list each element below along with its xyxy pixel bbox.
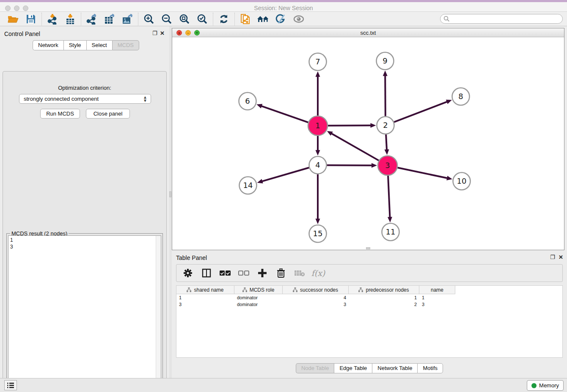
edge-1-6[interactable] xyxy=(261,106,308,122)
tab-network[interactable]: Network xyxy=(33,40,63,50)
refresh-icon xyxy=(218,14,229,25)
zoom-out-button[interactable] xyxy=(158,13,176,25)
edge-2-9[interactable] xyxy=(385,75,385,116)
column-header-successor-nodes[interactable]: successor nodes xyxy=(283,286,349,294)
export-image-button[interactable] xyxy=(118,13,136,25)
edge-4-3[interactable] xyxy=(327,165,372,166)
table-row[interactable]: 1dominator411 xyxy=(176,295,562,301)
arrowhead-1-7 xyxy=(316,72,320,77)
column-header-label: name xyxy=(431,287,443,293)
trash-icon xyxy=(277,268,285,278)
edge-3-11[interactable] xyxy=(388,176,390,218)
tab-style[interactable]: Style xyxy=(63,40,86,50)
edge-3-10[interactable] xyxy=(397,168,448,178)
graphics-details-icon xyxy=(275,14,286,25)
task-history-button[interactable] xyxy=(4,380,17,390)
splitter-grip[interactable] xyxy=(366,247,370,249)
plus-icon xyxy=(258,268,267,278)
toolbar-separator xyxy=(81,13,81,25)
float-panel-icon[interactable]: ❐ xyxy=(152,30,157,36)
export-network-button[interactable] xyxy=(83,13,101,25)
node-table[interactable]: shared nameMCDS rolesuccessor nodesprede… xyxy=(176,285,563,358)
edge-2-3[interactable] xyxy=(386,134,387,150)
search-box[interactable] xyxy=(440,14,563,24)
open-session-button[interactable] xyxy=(4,13,22,25)
memory-button[interactable]: Memory xyxy=(527,380,564,391)
column-header-predecessor-nodes[interactable]: predecessor nodes xyxy=(349,286,419,294)
clone-network-button[interactable] xyxy=(237,13,254,25)
save-session-button[interactable] xyxy=(22,13,40,25)
zoom-in-button[interactable] xyxy=(140,13,158,25)
graph-node-label: 7 xyxy=(315,57,320,66)
graphics-details-button[interactable] xyxy=(272,13,290,25)
tab-select[interactable]: Select xyxy=(86,40,112,50)
column-type-icon xyxy=(293,287,297,292)
table-cell: 3 xyxy=(283,301,349,308)
table-toolbar: f(x) xyxy=(176,264,563,282)
close-panel-icon[interactable]: ✕ xyxy=(559,254,563,260)
close-panel-button[interactable]: Close panel xyxy=(86,109,130,119)
arrowhead-3-11 xyxy=(388,217,392,222)
split-columns-button[interactable] xyxy=(199,266,214,280)
import-table-icon xyxy=(65,14,76,25)
network-window-titlebar[interactable]: x – + scc.txt xyxy=(172,28,564,37)
splitter-grip[interactable] xyxy=(169,191,171,197)
app-title: Session: New Session xyxy=(0,5,567,11)
table-row[interactable]: 3dominator323 xyxy=(176,301,562,308)
import-table-button[interactable] xyxy=(61,13,79,25)
export-table-button[interactable] xyxy=(101,13,118,25)
optimization-criterion-select[interactable]: strongly connected component ▲▼ xyxy=(19,94,151,104)
import-network-button[interactable] xyxy=(44,13,61,25)
select-all-button[interactable] xyxy=(218,266,232,280)
edge-1-2[interactable] xyxy=(328,125,372,126)
tab-network-table[interactable]: Network Table xyxy=(372,363,417,373)
graph-node-label: 6 xyxy=(245,97,250,105)
table-body: 1dominator4113dominator323 xyxy=(176,295,562,308)
result-scrollbar[interactable] xyxy=(156,236,161,392)
column-header-name[interactable]: name xyxy=(419,286,455,294)
table-cell: dominator xyxy=(234,301,283,308)
edge-2-8[interactable] xyxy=(394,102,448,122)
tab-edge-table[interactable]: Edge Table xyxy=(334,363,372,373)
export-table-icon xyxy=(104,14,116,25)
delete-table-icon xyxy=(294,270,305,276)
edge-3-1[interactable] xyxy=(331,133,379,160)
list-icon xyxy=(7,382,14,389)
arrowhead-1-4 xyxy=(316,150,320,156)
delete-table-button[interactable] xyxy=(292,266,307,280)
zoom-selected-button[interactable] xyxy=(193,13,211,25)
network-graph-canvas[interactable]: 7968124314101511 xyxy=(172,37,564,250)
table-cell: dominator xyxy=(234,295,283,301)
tab-mcds[interactable]: MCDS xyxy=(112,40,139,50)
zoom-selected-icon xyxy=(197,14,208,25)
memory-label: Memory xyxy=(539,382,559,389)
arrowhead-4-14 xyxy=(257,179,263,184)
table-cell: 3 xyxy=(419,301,455,308)
tab-motifs[interactable]: Motifs xyxy=(417,363,443,373)
column-header-shared-name[interactable]: shared name xyxy=(176,286,234,294)
zoom-in-icon xyxy=(143,14,154,25)
mcds-result-list[interactable]: 13 xyxy=(8,235,161,392)
refresh-button[interactable] xyxy=(215,13,233,25)
graph-node-label: 10 xyxy=(457,177,467,185)
show-hide-eye-button[interactable] xyxy=(290,13,308,25)
apply-function-button[interactable]: f(x) xyxy=(311,266,325,280)
column-header-MCDS-role[interactable]: MCDS role xyxy=(234,286,283,294)
table-settings-button[interactable] xyxy=(181,266,195,280)
table-cell: 1 xyxy=(419,295,455,301)
edge-4-14[interactable] xyxy=(261,168,309,182)
eye-icon xyxy=(293,14,305,24)
run-mcds-button[interactable]: Run MCDS xyxy=(40,109,80,119)
zoom-fit-button[interactable] xyxy=(176,13,193,25)
tab-node-table[interactable]: Node Table xyxy=(296,363,334,373)
search-input[interactable] xyxy=(440,14,563,24)
float-panel-icon[interactable]: ❐ xyxy=(550,254,555,260)
home-button[interactable] xyxy=(254,13,272,25)
split-columns-icon xyxy=(202,268,211,278)
graph-node-label: 4 xyxy=(315,160,320,169)
delete-column-button[interactable] xyxy=(274,266,288,280)
column-header-label: MCDS role xyxy=(250,287,275,293)
add-column-button[interactable] xyxy=(255,266,270,280)
deselect-all-button[interactable] xyxy=(237,266,251,280)
close-panel-icon[interactable]: ✕ xyxy=(160,30,165,36)
